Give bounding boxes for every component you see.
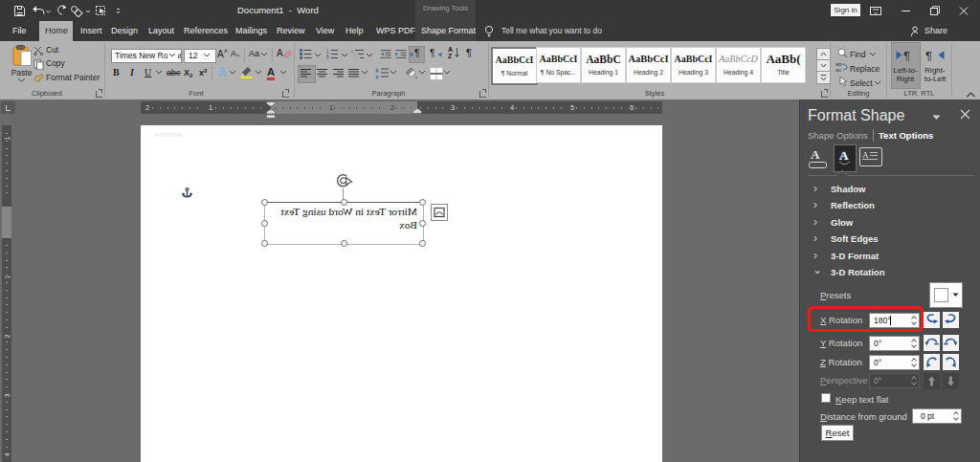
svg-text:¶: ¶ bbox=[903, 49, 910, 61]
svg-text:i: i bbox=[356, 55, 357, 59]
svg-text:¶: ¶ bbox=[925, 49, 932, 61]
svg-text:i: i bbox=[354, 53, 355, 57]
svg-text:3: 3 bbox=[326, 55, 329, 59]
